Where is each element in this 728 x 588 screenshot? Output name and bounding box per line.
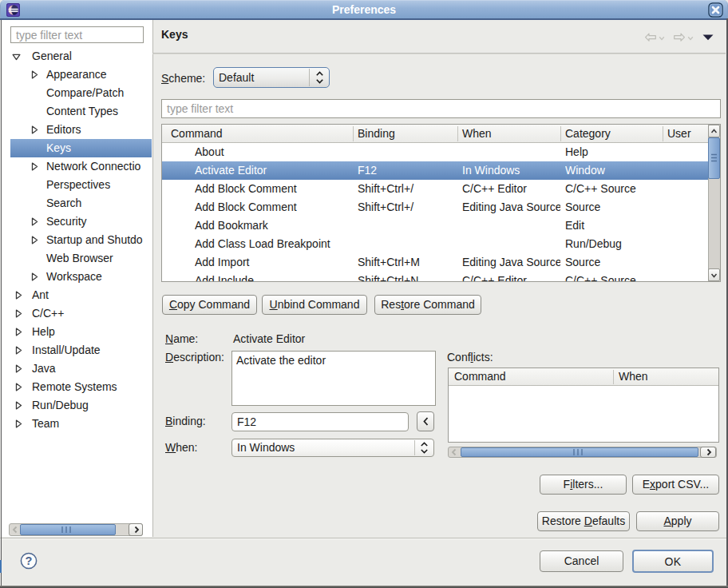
svg-text:?: ? [26, 554, 33, 567]
